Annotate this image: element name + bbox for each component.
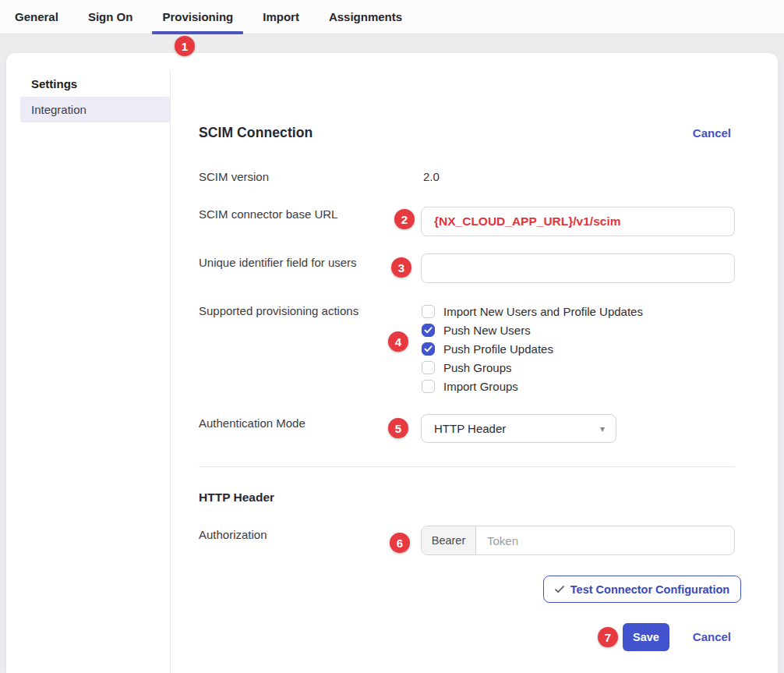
- checkbox-row-push-groups[interactable]: Push Groups: [422, 358, 512, 377]
- app-tab-bar: General Sign On Provisioning Import Assi…: [0, 0, 784, 34]
- check-icon: [555, 586, 564, 593]
- tab-import[interactable]: Import: [248, 0, 314, 34]
- test-connector-configuration-label: Test Connector Configuration: [570, 583, 729, 596]
- annotation-badge-7: 7: [598, 627, 618, 647]
- provisioning-actions-label: Supported provisioning actions: [199, 303, 358, 319]
- checkbox-label: Push Groups: [443, 361, 512, 374]
- checkbox-row-push-profile-updates[interactable]: Push Profile Updates: [422, 339, 553, 358]
- http-header-section-title: HTTP Header: [199, 491, 274, 505]
- authorization-label: Authorization: [199, 527, 267, 543]
- provisioning-settings-card: Settings Integration SCIM Connection Can…: [6, 53, 778, 673]
- sidebar-item-label: Integration: [31, 103, 87, 116]
- tab-sign-on[interactable]: Sign On: [73, 0, 148, 34]
- checkbox-row-import-new-users[interactable]: Import New Users and Profile Updates: [422, 302, 643, 321]
- scim-version-label: SCIM version: [199, 169, 269, 185]
- base-url-input[interactable]: [421, 207, 735, 236]
- unique-identifier-input[interactable]: [421, 253, 735, 283]
- annotation-badge-3: 3: [391, 257, 411, 278]
- tab-general[interactable]: General: [0, 0, 73, 34]
- test-connector-configuration-button[interactable]: Test Connector Configuration: [543, 576, 741, 603]
- checkbox-label: Import Groups: [443, 380, 518, 393]
- sidebar-header: Settings: [31, 76, 77, 92]
- save-button[interactable]: Save: [623, 623, 669, 651]
- checkbox-row-push-new-users[interactable]: Push New Users: [422, 321, 531, 339]
- checkbox-push-profile-updates[interactable]: [422, 342, 435, 356]
- sidebar-divider: [170, 70, 171, 673]
- cancel-button-bottom[interactable]: Cancel: [693, 630, 731, 643]
- sidebar-item-integration[interactable]: Integration: [20, 97, 170, 122]
- section-divider: [199, 466, 735, 467]
- auth-mode-select[interactable]: HTTP Header ▾: [421, 414, 616, 443]
- checkbox-push-new-users[interactable]: [422, 324, 435, 337]
- check-icon: [424, 345, 433, 352]
- authorization-input-group: Bearer: [421, 526, 735, 555]
- auth-mode-label: Authentication Mode: [199, 416, 305, 431]
- annotation-badge-6: 6: [390, 533, 410, 553]
- checkbox-push-groups[interactable]: [422, 361, 435, 374]
- annotation-badge-2: 2: [394, 209, 415, 229]
- check-icon: [424, 327, 433, 334]
- checkbox-label: Import New Users and Profile Updates: [443, 305, 643, 318]
- checkbox-row-import-groups[interactable]: Import Groups: [422, 377, 518, 395]
- page-title: SCIM Connection: [199, 125, 313, 141]
- checkbox-label: Push New Users: [443, 324, 531, 337]
- chevron-down-icon: ▾: [600, 423, 605, 434]
- unique-identifier-label: Unique identifier field for users: [199, 255, 357, 271]
- tab-provisioning[interactable]: Provisioning: [147, 0, 248, 34]
- token-input[interactable]: [476, 526, 734, 554]
- base-url-label: SCIM connector base URL: [199, 207, 337, 222]
- bearer-prefix: Bearer: [422, 526, 476, 554]
- scim-version-value: 2.0: [423, 169, 440, 185]
- auth-mode-selected-value: HTTP Header: [434, 422, 506, 435]
- tab-assignments[interactable]: Assignments: [314, 0, 417, 34]
- cancel-link-top[interactable]: Cancel: [693, 126, 731, 140]
- checkbox-import-groups[interactable]: [422, 380, 435, 393]
- checkbox-import-new-users[interactable]: [422, 305, 435, 318]
- checkbox-label: Push Profile Updates: [443, 342, 553, 356]
- annotation-badge-1: 1: [175, 36, 195, 56]
- annotation-badge-4: 4: [388, 331, 408, 352]
- annotation-badge-5: 5: [388, 418, 408, 438]
